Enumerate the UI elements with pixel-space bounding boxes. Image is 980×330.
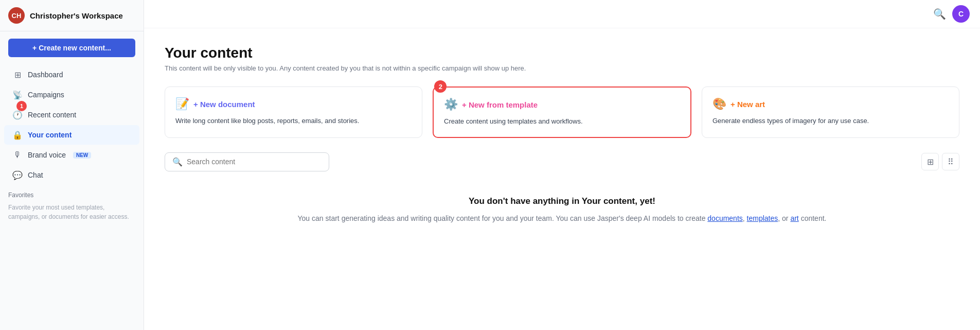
new-art-desc: Generate endless types of imagery for an… xyxy=(712,116,949,126)
sidebar: CH Christopher's Workspace + Create new … xyxy=(0,0,144,330)
new-from-template-title: ⚙️ + New from template xyxy=(444,98,680,111)
favorites-description: Favorite your most used templates, campa… xyxy=(0,201,144,225)
sidebar-label-chat: Chat xyxy=(28,171,43,179)
new-art-label: + New art xyxy=(730,100,765,109)
search-row: 🔍 ⊞ ⠿ xyxy=(165,152,959,171)
sidebar-label-campaigns: Campaigns xyxy=(28,91,64,99)
search-icon[interactable]: 🔍 xyxy=(933,8,946,20)
new-document-title: 📝 + New document xyxy=(175,97,412,111)
empty-desc-part1: You can start generating ideas and writi… xyxy=(298,214,708,222)
new-badge: NEW xyxy=(73,152,91,159)
new-document-card[interactable]: 📝 + New document Write long content like… xyxy=(165,86,422,138)
workspace-avatar: CH xyxy=(8,7,25,24)
content-area: Your content This content will be only v… xyxy=(144,28,980,251)
sidebar-item-your-content[interactable]: 🔒 Your content xyxy=(4,125,139,145)
create-new-content-button[interactable]: + Create new content... xyxy=(8,39,135,57)
topbar: 🔍 C xyxy=(144,0,980,28)
new-from-template-card[interactable]: ⚙️ + New from template Create content us… xyxy=(433,86,691,138)
templates-link[interactable]: templates xyxy=(747,214,778,222)
search-input-wrapper[interactable]: 🔍 xyxy=(165,152,329,171)
art-icon: 🎨 xyxy=(712,97,726,111)
brand-voice-icon: 🎙 xyxy=(12,150,23,160)
sidebar-nav: ⊞ Dashboard 📡 Campaigns 🕐 Recent content… xyxy=(0,64,144,185)
empty-desc-part2: , xyxy=(743,214,747,222)
sidebar-item-chat[interactable]: 💬 Chat xyxy=(4,165,139,185)
grid-view-button[interactable]: ⊞ xyxy=(921,153,939,170)
new-art-card[interactable]: 🎨 + New art Generate endless types of im… xyxy=(702,86,959,138)
workspace-name: Christopher's Workspace xyxy=(30,11,123,20)
empty-state-description: You can start generating ideas and writi… xyxy=(165,213,959,224)
dashboard-icon: ⊞ xyxy=(12,70,23,80)
new-from-template-desc: Create content using templates and workf… xyxy=(444,116,680,127)
art-link[interactable]: art xyxy=(790,214,798,222)
sidebar-item-dashboard[interactable]: ⊞ Dashboard xyxy=(4,65,139,84)
search-input[interactable] xyxy=(187,158,322,166)
sidebar-label-your-content: Your content xyxy=(28,131,72,139)
recent-content-icon: 🕐 xyxy=(12,110,23,120)
new-art-title: 🎨 + New art xyxy=(712,97,949,111)
sidebar-label-brand-voice: Brand voice xyxy=(28,151,66,159)
document-icon: 📝 xyxy=(175,97,189,111)
page-title: Your content xyxy=(165,45,959,61)
list-view-button[interactable]: ⠿ xyxy=(942,153,959,170)
empty-state-title: You don't have anything in Your content,… xyxy=(165,196,959,206)
new-from-template-label: + New from template xyxy=(462,100,538,109)
grid-icon: ⊞ xyxy=(927,157,934,167)
list-icon: ⠿ xyxy=(948,157,954,167)
user-avatar[interactable]: C xyxy=(952,5,970,23)
search-icon-small: 🔍 xyxy=(172,157,183,167)
documents-link[interactable]: documents xyxy=(707,214,742,222)
view-toggle: ⊞ ⠿ xyxy=(921,153,959,170)
favorites-section-title: Favorites xyxy=(0,185,144,201)
page-subtitle: This content will be only visible to you… xyxy=(165,64,959,72)
main-content: 🔍 C Your content This content will be on… xyxy=(144,0,980,330)
annotation-badge-1: 1 xyxy=(16,101,27,111)
sidebar-item-recent-content[interactable]: 🕐 Recent content 1 xyxy=(4,105,139,125)
sidebar-item-brand-voice[interactable]: 🎙 Brand voice NEW xyxy=(4,145,139,165)
template-icon: ⚙️ xyxy=(444,98,458,111)
sidebar-label-recent-content: Recent content xyxy=(28,111,76,119)
sidebar-header: CH Christopher's Workspace xyxy=(0,0,144,31)
your-content-icon: 🔒 xyxy=(12,130,23,140)
cards-row: 2 📝 + New document Write long content li… xyxy=(165,86,959,138)
new-document-label: + New document xyxy=(193,100,255,109)
sidebar-label-dashboard: Dashboard xyxy=(28,71,63,79)
empty-desc-part4: content. xyxy=(799,214,827,222)
empty-desc-part3: , or xyxy=(778,214,790,222)
chat-icon: 💬 xyxy=(12,170,23,180)
empty-state: You don't have anything in Your content,… xyxy=(165,186,959,234)
campaigns-icon: 📡 xyxy=(12,90,23,100)
new-document-desc: Write long content like blog posts, repo… xyxy=(175,116,412,126)
